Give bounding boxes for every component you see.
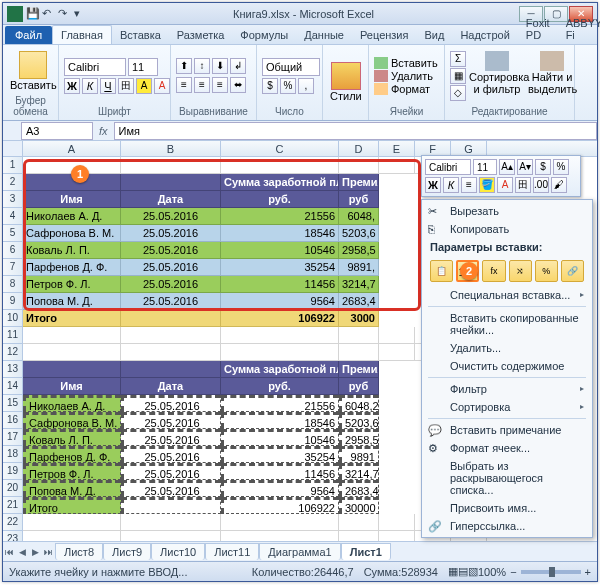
tab-dev[interactable]: Надстрой: [452, 26, 517, 44]
mini-bold[interactable]: Ж: [425, 177, 441, 193]
tab-file[interactable]: Файл: [5, 26, 52, 44]
fill-color-button[interactable]: A: [136, 78, 152, 94]
align-right[interactable]: ≡: [212, 77, 228, 93]
cell[interactable]: Петров Ф. Л.: [23, 463, 121, 480]
menu-cut[interactable]: ✂Вырезать: [424, 202, 590, 220]
cell[interactable]: 10546: [221, 242, 339, 259]
cell[interactable]: [121, 361, 221, 378]
wrap-text[interactable]: ↲: [230, 58, 246, 74]
cell[interactable]: Коваль Л. П.: [23, 242, 121, 259]
cell[interactable]: 25.05.2016: [121, 412, 221, 429]
font-select[interactable]: [64, 58, 126, 76]
sheet-tab[interactable]: Лист11: [205, 543, 259, 560]
number-format-select[interactable]: [262, 58, 320, 76]
cell[interactable]: [379, 157, 415, 174]
cell[interactable]: Имя: [23, 378, 121, 395]
cell[interactable]: 10546: [221, 429, 339, 446]
cell[interactable]: [121, 174, 221, 191]
cell[interactable]: [23, 361, 121, 378]
menu-paste-special[interactable]: Специальная вставка...▸: [424, 286, 590, 304]
mini-grow[interactable]: A▴: [499, 159, 515, 175]
paste-opt-formulas[interactable]: fx: [482, 260, 505, 282]
row-header[interactable]: 21: [3, 497, 23, 514]
menu-filter[interactable]: Фильтр▸: [424, 380, 590, 398]
cell[interactable]: 18546: [221, 412, 339, 429]
cell[interactable]: 25.05.2016: [121, 259, 221, 276]
row-header[interactable]: 11: [3, 327, 23, 344]
cell[interactable]: руб: [339, 191, 379, 208]
paste-opt-transpose[interactable]: ⤭: [509, 260, 532, 282]
row-header[interactable]: 4: [3, 208, 23, 225]
menu-format-cells[interactable]: ⚙Формат ячеек...: [424, 439, 590, 457]
mini-currency[interactable]: $: [535, 159, 551, 175]
cell[interactable]: 35254: [221, 446, 339, 463]
cell[interactable]: 2958,5: [339, 242, 379, 259]
paste-button[interactable]: Вставить: [8, 49, 59, 93]
cell[interactable]: 3000: [339, 310, 379, 327]
cell[interactable]: [23, 514, 121, 531]
tab-insert[interactable]: Вставка: [112, 26, 169, 44]
row-header[interactable]: 8: [3, 276, 23, 293]
sheet-tab[interactable]: Лист9: [103, 543, 151, 560]
cell[interactable]: 25.05.2016: [121, 429, 221, 446]
cell[interactable]: 6048,: [339, 208, 379, 225]
view-normal-icon[interactable]: ▦: [448, 565, 458, 578]
cell[interactable]: руб.: [221, 378, 339, 395]
menu-hyperlink[interactable]: 🔗Гиперссылка...: [424, 517, 590, 535]
sort-filter-button[interactable]: Сортировка и фильтр: [469, 51, 525, 101]
cell[interactable]: 25.05.2016: [121, 276, 221, 293]
cell[interactable]: Имя: [23, 191, 121, 208]
menu-dropdown[interactable]: Выбрать из раскрывающегося списка...: [424, 457, 590, 499]
mini-color[interactable]: A: [497, 177, 513, 193]
menu-clear[interactable]: Очистить содержимое: [424, 357, 590, 375]
cell[interactable]: 106922: [221, 310, 339, 327]
menu-sort[interactable]: Сортировка▸: [424, 398, 590, 416]
name-box[interactable]: [21, 122, 93, 140]
cell[interactable]: 11456: [221, 463, 339, 480]
cell[interactable]: [23, 327, 121, 344]
underline-button[interactable]: Ч: [100, 78, 116, 94]
sheet-nav-first[interactable]: ⏮: [3, 547, 16, 557]
mini-shrink[interactable]: A▾: [517, 159, 533, 175]
cell[interactable]: 25.05.2016: [121, 242, 221, 259]
row-header[interactable]: 18: [3, 446, 23, 463]
sheet-nav-prev[interactable]: ◀: [16, 547, 29, 557]
menu-delete[interactable]: Удалить...: [424, 339, 590, 357]
menu-insert-copied[interactable]: Вставить скопированные ячейки...: [424, 309, 590, 339]
tab-layout[interactable]: Разметка: [169, 26, 233, 44]
cell[interactable]: 21556: [221, 208, 339, 225]
row-header[interactable]: 20: [3, 480, 23, 497]
cell[interactable]: Сумма заработной платы, руб.: [221, 361, 339, 378]
cell[interactable]: Сафронова В. М.: [23, 412, 121, 429]
cell[interactable]: Николаев А. Д.: [23, 395, 121, 412]
cell[interactable]: [121, 514, 221, 531]
tab-home[interactable]: Главная: [52, 25, 112, 44]
col-header-G[interactable]: G: [451, 141, 487, 156]
cell[interactable]: 9564: [221, 480, 339, 497]
zoom-out[interactable]: −: [510, 566, 516, 578]
cell[interactable]: 25.05.2016: [121, 463, 221, 480]
clear-button[interactable]: ◇: [450, 85, 466, 101]
row-header[interactable]: 5: [3, 225, 23, 242]
sheet-tab-active[interactable]: Лист1: [341, 543, 391, 560]
col-header-F[interactable]: F: [415, 141, 451, 156]
cell[interactable]: [221, 157, 339, 174]
cell[interactable]: 9891: [339, 446, 379, 463]
redo-icon[interactable]: ↷: [58, 7, 72, 21]
cell[interactable]: руб: [339, 378, 379, 395]
row-header[interactable]: 7: [3, 259, 23, 276]
insert-cells[interactable]: Вставить: [374, 57, 438, 69]
undo-icon[interactable]: ↶: [42, 7, 56, 21]
formula-input[interactable]: [114, 122, 597, 140]
align-bot[interactable]: ⬇: [212, 58, 228, 74]
cell[interactable]: 2683,451: [339, 480, 379, 497]
cell[interactable]: 25.05.2016: [121, 480, 221, 497]
col-header-B[interactable]: B: [121, 141, 221, 156]
cell[interactable]: [221, 327, 339, 344]
cell[interactable]: [339, 514, 379, 531]
col-header-A[interactable]: A: [23, 141, 121, 156]
cell[interactable]: [339, 531, 379, 541]
mini-fill[interactable]: 🪣: [479, 177, 495, 193]
sheet-tab[interactable]: Лист8: [55, 543, 103, 560]
align-mid[interactable]: ↕: [194, 58, 210, 74]
